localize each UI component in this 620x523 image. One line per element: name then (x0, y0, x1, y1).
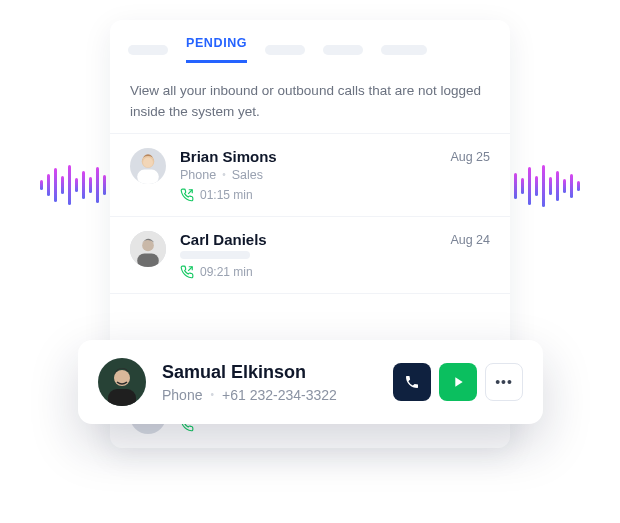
avatar-person-icon (98, 358, 146, 406)
avatar-person-icon (130, 148, 166, 184)
play-button[interactable] (439, 363, 477, 401)
phone-icon (404, 374, 420, 390)
avatar (98, 358, 146, 406)
call-detail-popup: Samual Elkinson Phone • +61 232-234-3322… (78, 340, 543, 424)
tabs: PENDING (110, 20, 510, 63)
more-icon: ••• (495, 374, 513, 390)
call-duration: 01:15 min (200, 188, 253, 202)
soundwave-decoration-right (507, 165, 580, 207)
more-button[interactable]: ••• (485, 363, 523, 401)
separator-dot: • (210, 389, 214, 400)
svg-rect-9 (108, 389, 136, 406)
soundwave-decoration-left (40, 165, 113, 205)
placeholder-bar (180, 251, 250, 259)
play-icon (450, 374, 466, 390)
tab-placeholder[interactable] (381, 45, 427, 55)
call-duration: 09:21 min (200, 265, 253, 279)
call-name: Brian Simons (180, 148, 436, 165)
tab-pending[interactable]: PENDING (186, 36, 247, 63)
call-date: Aug 25 (450, 148, 490, 164)
phone-out-icon (180, 265, 194, 279)
call-button[interactable] (393, 363, 431, 401)
avatar-person-icon (130, 231, 166, 267)
call-date: Aug 24 (450, 231, 490, 247)
call-row[interactable]: Carl Daniels 09:21 min Aug 24 (110, 216, 510, 293)
svg-rect-5 (137, 253, 159, 267)
tab-description: View all your inbound or outbound calls … (110, 63, 510, 133)
tab-placeholder[interactable] (265, 45, 305, 55)
call-subtext-type: Phone (180, 168, 216, 182)
popup-phone-number: +61 232-234-3322 (222, 387, 337, 403)
separator-dot: • (222, 169, 226, 180)
popup-name: Samual Elkinson (162, 362, 377, 383)
tab-placeholder[interactable] (323, 45, 363, 55)
svg-point-1 (143, 157, 153, 167)
popup-subtext-type: Phone (162, 387, 202, 403)
svg-point-4 (142, 239, 154, 251)
svg-rect-2 (137, 169, 159, 183)
call-name: Carl Daniels (180, 231, 436, 248)
avatar (130, 148, 166, 184)
phone-out-icon (180, 188, 194, 202)
avatar (130, 231, 166, 267)
tab-placeholder[interactable] (128, 45, 168, 55)
call-subtext-tag: Sales (232, 168, 263, 182)
call-row[interactable]: Brian Simons Phone • Sales 01:15 min Aug… (110, 133, 510, 216)
